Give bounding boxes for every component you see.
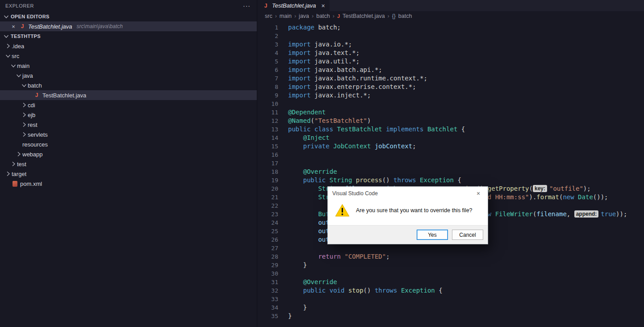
code-line-5[interactable]: 5import java.util.*; bbox=[258, 57, 644, 66]
code-line-text bbox=[278, 201, 288, 210]
line-number: 5 bbox=[258, 57, 278, 66]
code-line-12[interactable]: 12@Named("TestBatchlet") bbox=[258, 117, 644, 125]
breadcrumb-src[interactable]: src bbox=[265, 13, 272, 19]
code-line-32[interactable]: 32 public void stop() throws Exception { bbox=[258, 286, 644, 295]
code-line-27[interactable]: 27 bbox=[258, 244, 644, 252]
code-line-3[interactable]: 3import java.io.*; bbox=[258, 40, 644, 49]
breadcrumb-main[interactable]: main bbox=[280, 13, 292, 19]
code-line-text: return "COMPLETED"; bbox=[278, 252, 390, 261]
line-number: 9 bbox=[258, 91, 278, 100]
tree-item-webapp[interactable]: webapp bbox=[0, 149, 257, 159]
code-line-30[interactable]: 30 bbox=[258, 269, 644, 278]
code-line-2[interactable]: 2 bbox=[258, 32, 644, 40]
line-number: 31 bbox=[258, 278, 278, 286]
chevron-right-icon bbox=[21, 131, 28, 138]
tree-item-test[interactable]: test bbox=[0, 159, 257, 169]
line-number: 17 bbox=[258, 159, 278, 168]
code-line-text: } bbox=[278, 261, 307, 269]
code-line-text: import java.io.*; bbox=[278, 40, 352, 49]
tree-item-ejb[interactable]: ejb bbox=[0, 110, 257, 120]
code-area[interactable]: 1package batch;23import java.io.*;4impor… bbox=[258, 21, 644, 327]
code-line-15[interactable]: 15 private JobContext jobContext; bbox=[258, 142, 644, 151]
tree-item-main[interactable]: main bbox=[0, 61, 257, 71]
code-line-text: @Inject bbox=[278, 134, 330, 142]
line-number: 29 bbox=[258, 261, 278, 269]
code-line-text bbox=[278, 269, 288, 278]
code-line-text: public void stop() throws Exception { bbox=[278, 286, 443, 295]
line-number: 11 bbox=[258, 108, 278, 117]
project-name-label: TESTHTTPS bbox=[11, 34, 41, 39]
code-line-text: package batch; bbox=[278, 23, 341, 32]
code-line-text bbox=[278, 151, 288, 159]
explorer-sidebar: EXPLORER ··· OPEN EDITORS × J TestBatchl… bbox=[0, 0, 257, 327]
code-line-text bbox=[278, 100, 288, 108]
code-line-text: import javax.inject.*; bbox=[278, 91, 371, 100]
editor-area: J TestBatchlet.java × src › main › java … bbox=[258, 0, 644, 327]
line-number: 28 bbox=[258, 252, 278, 261]
code-line-13[interactable]: 13public class TestBatchlet implements B… bbox=[258, 125, 644, 134]
code-line-17[interactable]: 17 bbox=[258, 159, 644, 168]
tree-item-rest[interactable]: rest bbox=[0, 120, 257, 130]
tree-item-java[interactable]: java bbox=[0, 71, 257, 80]
code-line-11[interactable]: 11@Dependent bbox=[258, 108, 644, 117]
code-line-31[interactable]: 31 @Override bbox=[258, 278, 644, 286]
breadcrumb: src › main › java › batch › J TestBatchl… bbox=[258, 11, 644, 21]
line-number: 13 bbox=[258, 125, 278, 134]
tree-item-label: java bbox=[22, 72, 33, 79]
warning-icon bbox=[335, 204, 350, 217]
code-line-34[interactable]: 34 } bbox=[258, 303, 644, 312]
tree-item-testbatchlet.java[interactable]: JTestBatchlet.java bbox=[0, 90, 257, 100]
code-line-7[interactable]: 7import javax.batch.runtime.context.*; bbox=[258, 74, 644, 83]
code-line-text: @Named("TestBatchlet") bbox=[278, 117, 371, 125]
breadcrumb-file[interactable]: TestBatchlet.java bbox=[343, 13, 385, 19]
tree-item-label: main bbox=[17, 63, 29, 69]
cancel-button[interactable]: Cancel bbox=[452, 230, 483, 240]
code-line-18[interactable]: 18 @Override bbox=[258, 168, 644, 176]
tree-item-target[interactable]: target bbox=[0, 169, 257, 179]
line-number: 18 bbox=[258, 168, 278, 176]
open-editors-header[interactable]: OPEN EDITORS bbox=[0, 12, 257, 21]
code-line-10[interactable]: 10 bbox=[258, 100, 644, 108]
code-line-text bbox=[278, 244, 288, 252]
tree-item-resources[interactable]: resources bbox=[0, 139, 257, 149]
line-number: 12 bbox=[258, 117, 278, 125]
code-line-16[interactable]: 16 bbox=[258, 151, 644, 159]
code-line-4[interactable]: 4import java.text.*; bbox=[258, 49, 644, 57]
more-actions-icon[interactable]: ··· bbox=[243, 2, 251, 9]
line-number: 15 bbox=[258, 142, 278, 151]
close-icon[interactable]: × bbox=[322, 2, 325, 9]
code-line-text: @Override bbox=[278, 168, 337, 176]
project-section-header[interactable]: TESTHTTPS bbox=[0, 31, 257, 41]
tab-testbatchlet[interactable]: J TestBatchlet.java × bbox=[258, 0, 330, 11]
code-line-8[interactable]: 8import javax.enterprise.context.*; bbox=[258, 83, 644, 91]
line-number: 33 bbox=[258, 295, 278, 303]
code-line-14[interactable]: 14 @Inject bbox=[258, 134, 644, 142]
line-number: 22 bbox=[258, 201, 278, 210]
breadcrumb-symbol[interactable]: batch bbox=[398, 13, 412, 19]
tree-item-.idea[interactable]: .idea bbox=[0, 41, 257, 51]
code-line-9[interactable]: 9import javax.inject.*; bbox=[258, 91, 644, 100]
code-line-35[interactable]: 35} bbox=[258, 312, 644, 320]
chevron-right-icon bbox=[4, 42, 12, 50]
code-line-1[interactable]: 1package batch; bbox=[258, 23, 644, 32]
close-icon[interactable]: × bbox=[10, 23, 17, 30]
code-line-33[interactable]: 33 bbox=[258, 295, 644, 303]
tree-item-servlets[interactable]: servlets bbox=[0, 130, 257, 139]
tree-item-batch[interactable]: batch bbox=[0, 80, 257, 90]
tree-item-label: cdi bbox=[28, 102, 35, 109]
code-line-29[interactable]: 29 } bbox=[258, 261, 644, 269]
code-line-19[interactable]: 19 public String process() throws Except… bbox=[258, 176, 644, 184]
open-editor-item[interactable]: × J TestBatchlet.java src\main\java\batc… bbox=[0, 21, 257, 31]
yes-button[interactable]: Yes bbox=[417, 230, 448, 240]
code-line-6[interactable]: 6import javax.batch.api.*; bbox=[258, 66, 644, 74]
tree-item-cdi[interactable]: cdi bbox=[0, 100, 257, 110]
code-line-28[interactable]: 28 return "COMPLETED"; bbox=[258, 252, 644, 261]
java-file-icon: J bbox=[33, 92, 40, 98]
chevron-separator-icon: › bbox=[333, 13, 335, 19]
close-icon[interactable]: × bbox=[469, 187, 488, 200]
breadcrumb-batch[interactable]: batch bbox=[316, 13, 330, 19]
tree-item-src[interactable]: src bbox=[0, 51, 257, 61]
breadcrumb-java[interactable]: java bbox=[299, 13, 309, 19]
tree-item-pom.xml[interactable]: pom.xml bbox=[0, 179, 257, 189]
line-number: 6 bbox=[258, 66, 278, 74]
